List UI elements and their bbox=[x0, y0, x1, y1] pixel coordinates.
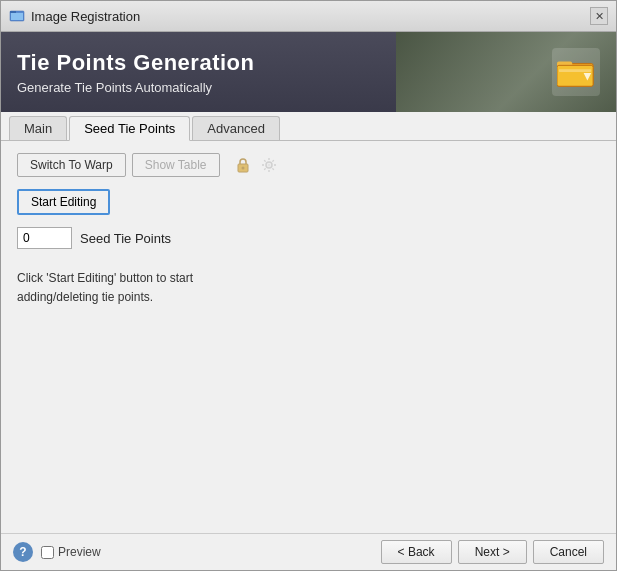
header-text: Tie Points Generation Generate Tie Point… bbox=[17, 50, 254, 95]
back-button[interactable]: < Back bbox=[381, 540, 452, 564]
title-bar-left: Image Registration bbox=[9, 8, 140, 24]
lock-icon[interactable] bbox=[232, 154, 254, 176]
main-window: Image Registration ✕ Tie Points Generati… bbox=[0, 0, 617, 571]
svg-point-11 bbox=[267, 164, 270, 167]
header-title: Tie Points Generation bbox=[17, 50, 254, 76]
switch-to-warp-button[interactable]: Switch To Warp bbox=[17, 153, 126, 177]
cancel-button[interactable]: Cancel bbox=[533, 540, 604, 564]
content-area: Switch To Warp Show Table bbox=[1, 141, 616, 533]
help-button[interactable]: ? bbox=[13, 542, 33, 562]
svg-rect-1 bbox=[11, 13, 23, 20]
header-banner: Tie Points Generation Generate Tie Point… bbox=[1, 32, 616, 112]
preview-label: Preview bbox=[58, 545, 101, 559]
toolbar-icons bbox=[232, 154, 280, 176]
preview-checkbox-label[interactable]: Preview bbox=[41, 545, 101, 559]
window-icon bbox=[9, 8, 25, 24]
show-table-button[interactable]: Show Table bbox=[132, 153, 220, 177]
tab-seed-tie-points[interactable]: Seed Tie Points bbox=[69, 116, 190, 141]
folder-svg-icon bbox=[557, 53, 595, 91]
preview-checkbox[interactable] bbox=[41, 546, 54, 559]
svg-rect-6 bbox=[559, 69, 591, 72]
header-folder-icon bbox=[552, 48, 600, 96]
bottom-left: ? Preview bbox=[13, 542, 101, 562]
settings-icon bbox=[258, 154, 280, 176]
seed-row: Seed Tie Points bbox=[17, 227, 600, 249]
info-line1: Click 'Start Editing' button to startadd… bbox=[17, 271, 193, 304]
tab-advanced[interactable]: Advanced bbox=[192, 116, 280, 140]
title-bar: Image Registration ✕ bbox=[1, 1, 616, 32]
window-title: Image Registration bbox=[31, 9, 140, 24]
bottom-bar: ? Preview < Back Next > Cancel bbox=[1, 533, 616, 570]
header-subtitle: Generate Tie Points Automatically bbox=[17, 80, 254, 95]
seed-label: Seed Tie Points bbox=[80, 231, 171, 246]
svg-point-9 bbox=[241, 167, 244, 170]
close-button[interactable]: ✕ bbox=[590, 7, 608, 25]
toolbar-row: Switch To Warp Show Table bbox=[17, 153, 600, 177]
tab-main[interactable]: Main bbox=[9, 116, 67, 140]
start-editing-button[interactable]: Start Editing bbox=[17, 189, 110, 215]
start-editing-row: Start Editing bbox=[17, 189, 600, 215]
info-text: Click 'Start Editing' button to startadd… bbox=[17, 269, 600, 307]
seed-input[interactable] bbox=[17, 227, 72, 249]
svg-rect-2 bbox=[10, 11, 16, 13]
bottom-right: < Back Next > Cancel bbox=[381, 540, 604, 564]
next-button[interactable]: Next > bbox=[458, 540, 527, 564]
tabs-bar: Main Seed Tie Points Advanced bbox=[1, 112, 616, 141]
spacer bbox=[17, 315, 600, 521]
